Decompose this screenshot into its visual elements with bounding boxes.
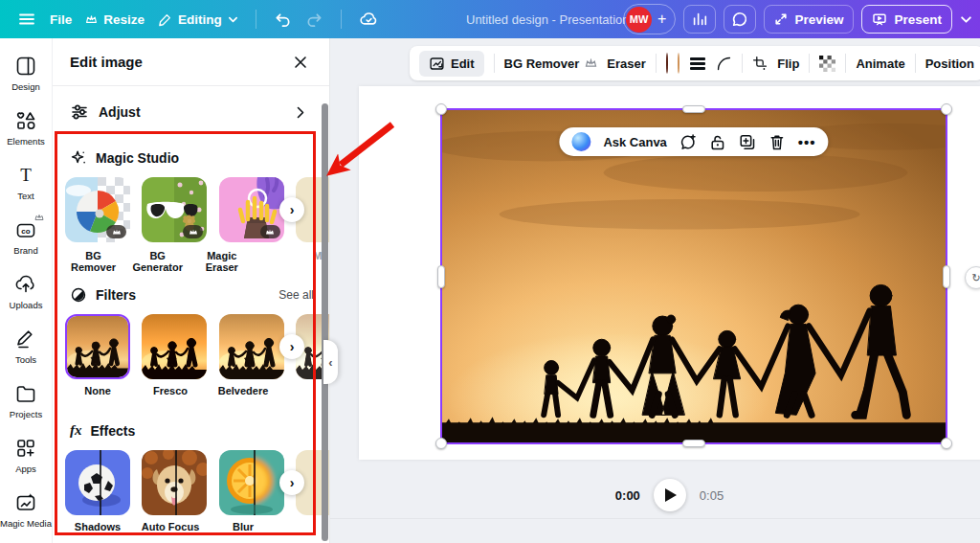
canva-assistant-icon[interactable]	[571, 132, 590, 151]
curve-button[interactable]	[716, 56, 732, 72]
comment-bubble-icon	[731, 11, 748, 28]
present-button[interactable]: Present	[861, 5, 952, 34]
trash-icon[interactable]	[769, 133, 786, 151]
edit-image-icon	[429, 56, 445, 72]
sliders-icon	[70, 102, 89, 122]
crop-button[interactable]	[752, 56, 768, 71]
more-options-icon[interactable]: •••	[798, 134, 816, 150]
brand-icon: co	[14, 218, 37, 241]
selected-image[interactable]: Ask Canva •••	[440, 108, 947, 444]
resize-handle-top-right[interactable]	[941, 103, 952, 115]
floating-element-toolbar: Ask Canva •••	[559, 127, 828, 156]
pro-crown-badge	[260, 225, 280, 238]
sidebar-item-uploads[interactable]: Uploads	[0, 264, 53, 319]
magic-card-magic-eraser[interactable]	[219, 177, 284, 242]
magic-card-bg-generator[interactable]	[142, 177, 207, 242]
bg-remover-button[interactable]: BG Remover	[504, 57, 598, 71]
avatar[interactable]: MW	[626, 7, 652, 33]
crown-icon	[585, 58, 597, 68]
filter-card-belvedere[interactable]	[219, 314, 284, 379]
hamburger-menu-icon[interactable]	[17, 10, 36, 29]
resize-button[interactable]: Resize	[85, 12, 145, 27]
position-button[interactable]: Position	[925, 57, 974, 71]
eraser-button[interactable]: Eraser	[607, 57, 645, 71]
design-icon	[14, 55, 37, 78]
filter-card-fresco[interactable]	[142, 314, 207, 379]
editing-mode-dropdown[interactable]: Editing	[158, 12, 238, 27]
add-member-button[interactable]: +	[657, 11, 666, 28]
comments-button[interactable]	[724, 5, 756, 34]
play-button[interactable]	[654, 479, 686, 511]
animate-button[interactable]: Animate	[856, 57, 904, 71]
divider	[341, 10, 342, 29]
panel-collapse-handle[interactable]: ‹	[323, 340, 338, 384]
pro-crown-badge	[183, 225, 203, 238]
duplicate-icon[interactable]	[739, 133, 757, 151]
unlock-icon[interactable]	[710, 133, 726, 151]
design-title[interactable]: Untitled design - Presentation	[466, 0, 630, 38]
chevron-down-icon	[228, 14, 238, 25]
sidebar-item-tools[interactable]: Tools	[0, 319, 53, 373]
magic-studio-scroll-right-button[interactable]: ›	[279, 197, 304, 222]
filter-card-none[interactable]	[65, 314, 130, 379]
resize-handle-bottom[interactable]	[682, 440, 705, 447]
duration-time: 0:05	[700, 488, 724, 503]
sidebar-item-apps[interactable]: Apps	[0, 428, 53, 483]
play-icon	[665, 488, 677, 502]
divider	[915, 54, 916, 73]
border-weight-button[interactable]	[689, 56, 706, 71]
sidebar-item-elements[interactable]: Elements	[0, 101, 53, 155]
adjust-row[interactable]: Adjust	[62, 94, 312, 130]
upload-cloud-icon	[14, 273, 37, 296]
panel-scrollbar[interactable]	[322, 103, 328, 541]
sidebar-item-magic-media[interactable]: Magic Media	[0, 483, 53, 537]
ask-canva-button[interactable]: Ask Canva	[603, 135, 666, 149]
resize-handle-bottom-right[interactable]	[941, 438, 952, 449]
resize-handle-top[interactable]	[682, 105, 705, 113]
resize-handle-bottom-left[interactable]	[435, 438, 447, 449]
blur-thumb	[219, 450, 284, 515]
undo-button[interactable]	[274, 11, 292, 29]
divider	[809, 54, 810, 73]
account-avatar-group[interactable]: MW +	[623, 4, 676, 34]
bar-chart-icon	[691, 11, 708, 28]
transparency-button[interactable]	[819, 56, 835, 72]
effect-card-shadows[interactable]	[65, 450, 130, 515]
color-swatch-2[interactable]	[678, 53, 679, 74]
resize-handle-left[interactable]	[437, 265, 445, 288]
cloud-save-status-icon[interactable]	[359, 10, 379, 30]
divider	[494, 54, 495, 73]
sidebar-item-projects[interactable]: Projects	[0, 373, 53, 428]
canvas-area: Edit BG Remover Eraser Flip Animate Posi…	[330, 38, 980, 543]
shadows-thumb	[65, 450, 130, 515]
panel-title: Edit image	[70, 54, 143, 70]
resize-handle-right[interactable]	[943, 265, 950, 288]
crown-icon	[85, 13, 98, 26]
filters-labels: None Fresco Belvedere	[65, 385, 329, 396]
filters-scroll-right-button[interactable]: ›	[279, 334, 304, 359]
color-swatch-1[interactable]	[666, 53, 668, 74]
sidebar-item-design[interactable]: Design	[0, 46, 53, 101]
comment-add-icon[interactable]	[679, 133, 698, 151]
magic-card-bg-remover[interactable]	[65, 177, 130, 242]
edit-button[interactable]: Edit	[419, 51, 484, 77]
effect-card-auto-focus[interactable]	[142, 450, 207, 515]
close-icon[interactable]	[289, 51, 312, 74]
divider	[656, 54, 657, 73]
preview-button[interactable]: Preview	[764, 5, 854, 34]
flip-button[interactable]: Flip	[777, 57, 799, 71]
filter-belvedere-thumb	[219, 314, 284, 379]
divider	[845, 54, 846, 73]
effect-card-blur[interactable]	[219, 450, 284, 515]
svg-text:T: T	[20, 165, 32, 185]
insights-button[interactable]	[683, 5, 716, 34]
redo-button[interactable]	[305, 11, 323, 29]
filters-see-all-link[interactable]: See all	[278, 288, 314, 302]
sidebar-item-brand[interactable]: co Brand	[0, 210, 53, 264]
resize-handle-top-left[interactable]	[435, 103, 447, 115]
edit-image-panel: Edit image Adjust Magic Studio	[53, 38, 330, 543]
file-menu[interactable]: File	[50, 12, 72, 27]
sidebar-item-text[interactable]: T Text	[0, 155, 53, 210]
more-chevron-button[interactable]	[960, 13, 972, 26]
effects-scroll-right-button[interactable]: ›	[279, 470, 304, 495]
